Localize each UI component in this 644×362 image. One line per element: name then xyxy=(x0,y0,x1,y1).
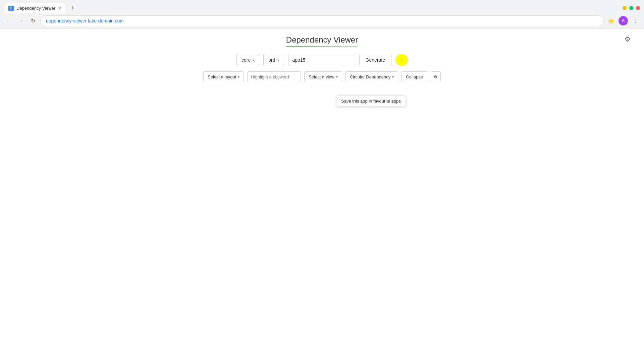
circular-caret: ▾ xyxy=(392,75,394,79)
settings-icon[interactable]: ⚙ xyxy=(625,35,631,43)
address-text: dependency-viewer.fake-domain.com xyxy=(46,18,598,23)
highlight-keyword-input[interactable] xyxy=(247,71,301,82)
maximize-btn[interactable] xyxy=(629,6,633,10)
favourite-tooltip: Save this app in favourite apps xyxy=(336,96,406,107)
layout-caret: ▾ xyxy=(238,75,239,79)
app-input[interactable] xyxy=(288,54,355,66)
core-dropdown[interactable]: core ▾ xyxy=(236,54,259,66)
refresh-btn[interactable]: ↻ xyxy=(28,16,38,25)
browser-chrome: D Dependency Viewer × + ← → ↻ dependency… xyxy=(0,0,644,28)
tab-label: Dependency Viewer xyxy=(16,6,55,11)
toolbar-row: Select a layout ▾ Select a view ▾ Circul… xyxy=(0,70,644,87)
core-caret: ▾ xyxy=(253,58,254,62)
view-caret: ▾ xyxy=(336,75,338,79)
select-layout-btn[interactable]: Select a layout ▾ xyxy=(203,71,244,82)
browser-actions: ⭐ A ⋮ xyxy=(606,16,640,25)
circular-dep-label: Circular Dependency xyxy=(350,74,390,79)
app-title: Dependency Viewer xyxy=(286,35,358,45)
select-view-btn[interactable]: Select a view ▾ xyxy=(304,71,342,82)
new-tab-btn[interactable]: + xyxy=(68,3,77,13)
tab-close-btn[interactable]: × xyxy=(58,6,61,11)
profile-btn[interactable]: A xyxy=(619,16,628,25)
prd-caret: ▾ xyxy=(277,58,279,62)
forward-btn[interactable]: → xyxy=(16,16,25,25)
minimize-btn[interactable] xyxy=(623,6,627,10)
titlebar: D Dependency Viewer × + xyxy=(0,0,644,13)
back-btn[interactable]: ← xyxy=(4,16,13,25)
menu-btn[interactable]: ⋮ xyxy=(631,16,640,25)
window-controls xyxy=(623,6,640,10)
app-content: Dependency Viewer ⚙ core ▾ prd ▾ Generat… xyxy=(0,28,644,362)
select-view-label: Select a view xyxy=(309,74,334,79)
select-layout-label: Select a layout xyxy=(208,74,236,79)
browser-toolbar: ← → ↻ dependency-viewer.fake-domain.com … xyxy=(0,13,644,28)
prd-label: prd xyxy=(268,57,275,63)
browser-tab[interactable]: D Dependency Viewer × xyxy=(4,3,65,13)
address-bar[interactable]: dependency-viewer.fake-domain.com xyxy=(40,15,604,26)
app-header: Dependency Viewer ⚙ xyxy=(0,28,644,50)
tooltip-text: Save this app in favourite apps xyxy=(341,99,401,104)
favourite-star-btn[interactable]: ☆ xyxy=(395,54,408,66)
controls-row: core ▾ prd ▾ Generate ☆ xyxy=(0,50,644,70)
title-underline xyxy=(286,46,358,47)
tab-favicon: D xyxy=(8,6,14,11)
core-label: core xyxy=(241,57,251,63)
prd-dropdown[interactable]: prd ▾ xyxy=(263,54,284,66)
circular-dep-btn[interactable]: Circular Dependency ▾ xyxy=(345,71,398,82)
extensions-btn[interactable]: ⭐ xyxy=(606,16,616,25)
close-btn[interactable] xyxy=(636,6,640,10)
generate-btn[interactable]: Generate xyxy=(359,54,391,66)
extra-btn[interactable]: ⚙ xyxy=(431,71,441,82)
collapse-btn[interactable]: Collapse xyxy=(401,71,427,82)
